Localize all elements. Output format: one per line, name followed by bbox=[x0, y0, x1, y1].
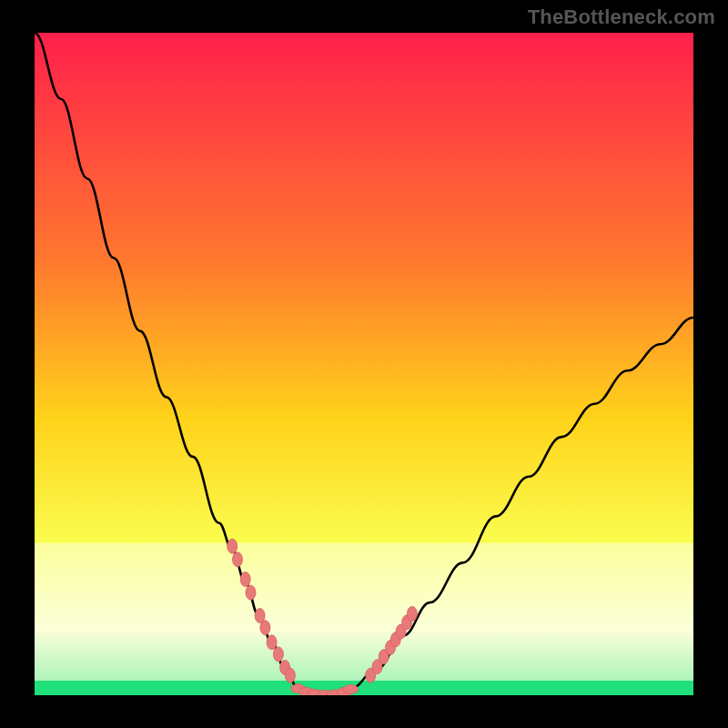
data-marker bbox=[260, 621, 270, 635]
chart-frame: TheBottleneck.com bbox=[0, 0, 728, 728]
optimal-band bbox=[35, 543, 693, 695]
watermark-label: TheBottleneck.com bbox=[528, 5, 715, 29]
data-marker bbox=[285, 668, 295, 682]
plot-area bbox=[35, 33, 693, 695]
data-marker bbox=[344, 684, 359, 693]
data-marker bbox=[233, 552, 243, 567]
data-marker bbox=[267, 635, 277, 650]
bottleneck-chart bbox=[35, 33, 693, 695]
data-marker bbox=[228, 539, 238, 553]
data-marker bbox=[407, 607, 417, 622]
bottom-green-strip bbox=[35, 681, 693, 695]
data-marker bbox=[273, 647, 283, 662]
data-marker bbox=[246, 585, 256, 600]
data-marker bbox=[240, 572, 250, 587]
